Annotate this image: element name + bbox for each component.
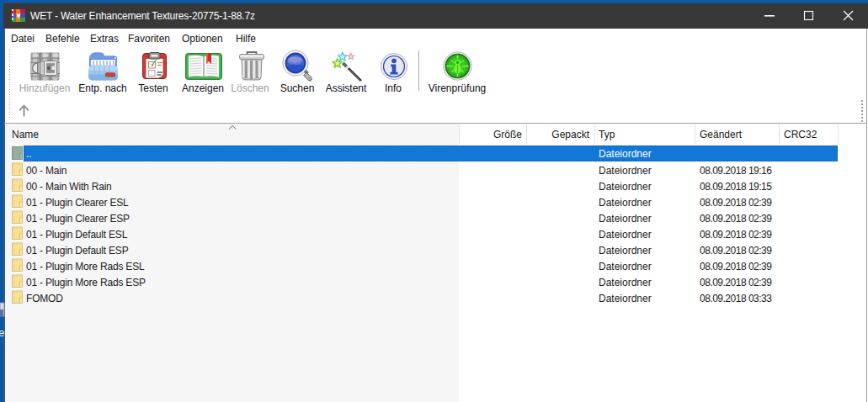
svg-text:e: e [0, 326, 4, 339]
